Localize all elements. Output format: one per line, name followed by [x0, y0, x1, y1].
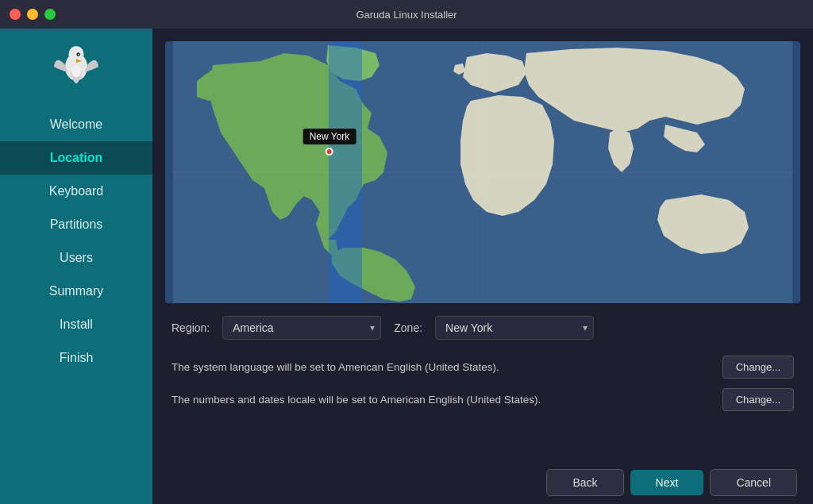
locale-change-button[interactable]: Change...	[722, 388, 794, 411]
cancel-button[interactable]: Cancel	[710, 469, 797, 496]
sidebar-item-keyboard[interactable]: Keyboard	[0, 175, 152, 208]
sidebar-item-partitions[interactable]: Partitions	[0, 208, 152, 241]
maximize-button[interactable]	[44, 9, 56, 20]
sidebar-item-users[interactable]: Users	[0, 241, 152, 275]
map-container: New York	[165, 41, 800, 303]
svg-point-4	[78, 54, 79, 56]
location-marker: New York	[303, 129, 356, 156]
marker-label: New York	[303, 129, 356, 144]
zone-select[interactable]: New York Los Angeles Chicago Denver Phoe…	[435, 316, 594, 340]
svg-point-5	[71, 65, 81, 78]
sidebar: Welcome Location Keyboard Partitions Use…	[0, 29, 152, 504]
sidebar-item-summary[interactable]: Summary	[0, 275, 152, 308]
marker-dot	[326, 148, 333, 156]
close-button[interactable]	[10, 9, 21, 20]
back-button[interactable]: Back	[546, 469, 623, 496]
world-map-svg	[165, 41, 800, 303]
zone-select-wrapper: New York Los Angeles Chicago Denver Phoe…	[435, 316, 594, 340]
sidebar-item-location[interactable]: Location	[0, 141, 152, 175]
window-title: Garuda Linux Installer	[356, 9, 457, 21]
sidebar-item-install[interactable]: Install	[0, 308, 152, 341]
locale-info-text: The numbers and dates locale will be set…	[171, 394, 710, 406]
minimize-button[interactable]	[27, 9, 38, 20]
language-info-text: The system language will be set to Ameri…	[171, 361, 710, 373]
bottom-bar: Back Next Cancel	[152, 461, 813, 504]
language-info-row: The system language will be set to Ameri…	[171, 356, 794, 379]
sidebar-item-finish[interactable]: Finish	[0, 341, 152, 375]
language-change-button[interactable]: Change...	[722, 356, 794, 379]
region-zone-row: Region: America Europe Asia Africa Pacif…	[152, 310, 813, 346]
region-select[interactable]: America Europe Asia Africa Pacific Atlan…	[222, 316, 381, 340]
main-content: Welcome Location Keyboard Partitions Use…	[0, 29, 813, 504]
region-select-wrapper: America Europe Asia Africa Pacific Atlan…	[222, 316, 381, 340]
next-button[interactable]: Next	[630, 470, 704, 495]
sidebar-item-welcome[interactable]: Welcome	[0, 108, 152, 141]
right-panel: New York Region: America Europe Asia Afr…	[152, 29, 813, 504]
locale-info-row: The numbers and dates locale will be set…	[171, 388, 794, 411]
zone-label: Zone:	[394, 321, 422, 334]
window-controls	[10, 9, 56, 20]
sidebar-logo	[44, 37, 108, 100]
titlebar: Garuda Linux Installer	[0, 0, 813, 29]
sidebar-nav: Welcome Location Keyboard Partitions Use…	[0, 108, 152, 375]
garuda-eagle-icon	[48, 40, 104, 96]
region-label: Region:	[171, 321, 210, 334]
info-section: The system language will be set to Ameri…	[152, 346, 813, 461]
